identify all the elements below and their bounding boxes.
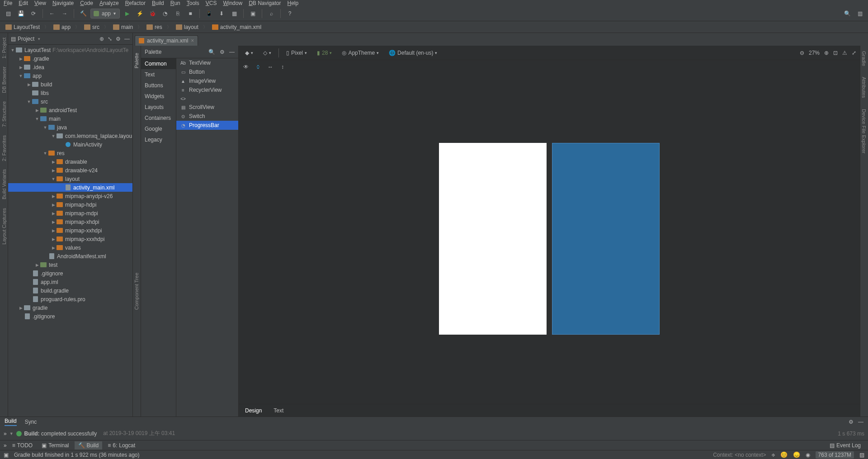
forward-icon[interactable]: →	[59, 8, 70, 19]
theme-dropdown[interactable]: ◎ AppTheme	[339, 50, 382, 56]
right-rail-gradle[interactable]: Gradle	[860, 46, 868, 71]
breadcrumb-layout[interactable]: layout	[173, 24, 201, 30]
tree-node-libs[interactable]: libs	[8, 89, 132, 97]
breadcrumb-layouttest[interactable]: LayoutTest	[3, 24, 42, 30]
tree-node-proguard-rules-pro[interactable]: proguard-rules.pro	[8, 295, 132, 303]
tree-node-mipmap-xhdpi[interactable]: ▶mipmap-xhdpi	[8, 218, 132, 226]
menu-tools[interactable]: Tools	[187, 0, 199, 6]
terminal-tab[interactable]: ▣Terminal	[38, 441, 72, 450]
breadcrumb-res[interactable]: res	[144, 24, 165, 30]
menu-vcs[interactable]: VCS	[206, 0, 217, 6]
blueprint-preview[interactable]	[552, 143, 660, 335]
locale-dropdown[interactable]: 🌐 Default (en-us)	[386, 50, 440, 56]
left-rail-build-variants[interactable]: Build Variants	[1, 166, 7, 202]
build-bottom-tab[interactable]: 🔨Build	[75, 441, 103, 450]
tree-node-build[interactable]: ▶build	[8, 80, 132, 89]
palette-item--fragment-[interactable]: <>	[176, 95, 238, 103]
zoom-fit-icon[interactable]: ⊡	[833, 50, 838, 56]
tree-node-drawable-v24[interactable]: ▶drawable-v24	[8, 166, 132, 175]
palette-cat-buttons[interactable]: Buttons	[141, 80, 176, 91]
tree-node-mipmap-mdpi[interactable]: ▶mipmap-mdpi	[8, 209, 132, 218]
tree-node-app[interactable]: ▼app	[8, 71, 132, 80]
tree-expand-icon[interactable]: ▼	[9, 431, 14, 436]
breadcrumb-activity-main-xml[interactable]: activity_main.xml	[209, 24, 264, 30]
sync-tab[interactable]: Sync	[25, 419, 37, 425]
search-everywhere-icon[interactable]: 🔍	[842, 8, 853, 19]
breadcrumb-src[interactable]: src	[81, 24, 102, 30]
close-tab-icon[interactable]: ×	[191, 38, 194, 44]
tree-node-mipmap-hdpi[interactable]: ▶mipmap-hdpi	[8, 200, 132, 209]
tree-node-values[interactable]: ▶values	[8, 243, 132, 252]
project-view-dropdown[interactable]: ▤ Project	[11, 36, 97, 42]
palette-minimize-icon[interactable]: —	[229, 49, 235, 55]
back-icon[interactable]: ←	[47, 8, 57, 19]
tree-node-layout[interactable]: ▼layout	[8, 175, 132, 183]
device-dropdown[interactable]: ▯ Pixel	[283, 50, 310, 56]
left-rail-7-structure[interactable]: 7: Structure	[1, 99, 7, 130]
magnet-icon[interactable]: ⧲	[257, 64, 259, 70]
menu-db-navigator[interactable]: DB Navigator	[249, 0, 281, 6]
menu-view[interactable]: View	[34, 0, 46, 6]
resource-manager-icon[interactable]: ▦	[229, 8, 240, 19]
palette-item-recyclerview[interactable]: ≡RecyclerView	[176, 85, 238, 95]
build-minimize-icon[interactable]: —	[858, 419, 863, 425]
layout-inspector-icon[interactable]: ▣	[247, 8, 258, 19]
palette-items[interactable]: AbTextView▭Button▲ImageView≡RecyclerView…	[176, 58, 238, 416]
view-options-icon[interactable]: 👁	[243, 64, 249, 70]
menu-window[interactable]: Window	[223, 0, 242, 6]
tree-node-drawable[interactable]: ▶drawable	[8, 157, 132, 166]
build-settings-icon[interactable]: ⚙	[849, 419, 854, 425]
left-rail-db-browser[interactable]: DB Browser	[1, 64, 7, 96]
tree-node-mainactivity[interactable]: MainActivity	[8, 140, 132, 149]
settings-icon[interactable]: ⚙	[116, 36, 121, 42]
palette-item-textview[interactable]: AbTextView	[176, 58, 238, 67]
pan-icon[interactable]: ⤢	[852, 50, 856, 56]
palette-rail-label[interactable]: Palette	[133, 46, 140, 76]
menu-help[interactable]: Help	[288, 0, 299, 6]
palette-cat-common[interactable]: Common	[141, 58, 176, 69]
palette-item-imageview[interactable]: ▲ImageView	[176, 76, 238, 85]
new-file-icon[interactable]: ▤	[3, 8, 14, 19]
tree-node-app-iml[interactable]: app.iml	[8, 278, 132, 286]
sdk-manager-icon[interactable]: ⬇	[216, 8, 227, 19]
text-tab[interactable]: Text	[271, 406, 286, 416]
run-config-dropdown[interactable]: app	[90, 9, 120, 19]
left-rail-1-project[interactable]: 1: Project	[1, 35, 7, 61]
left-rail-layout-captures[interactable]: Layout Captures	[1, 205, 7, 247]
component-tree-rail-label[interactable]: Component Tree	[133, 265, 140, 317]
tree-node-androidtest[interactable]: ▶androidTest	[8, 106, 132, 114]
zoom-in-icon[interactable]: ⊕	[824, 50, 829, 56]
apply-changes-icon[interactable]: ⚡	[134, 8, 145, 19]
right-rail-attributes[interactable]: Attributes	[860, 71, 868, 103]
status-toggle-icon[interactable]: ▣	[4, 452, 9, 458]
palette-search-icon[interactable]: 🔍	[208, 49, 215, 55]
design-surface-mode-dropdown[interactable]: ◆	[242, 50, 256, 56]
project-tree[interactable]: ▼LayoutTestF:\workspace\Android\LayoutTe…	[8, 45, 132, 416]
orientation-dropdown[interactable]: ◇	[260, 50, 274, 56]
attach-debugger-icon[interactable]: ⎘	[172, 8, 183, 19]
tree-node-gradle[interactable]: ▶gradle	[8, 303, 132, 312]
tree-node-build-gradle[interactable]: build.gradle	[8, 286, 132, 295]
memory-indicator[interactable]: 763 of 1237M	[816, 451, 854, 459]
editor-tab-activity-main[interactable]: activity_main.xml ×	[135, 35, 198, 46]
tree-node-java[interactable]: ▼java	[8, 123, 132, 132]
build-tab[interactable]: Build	[5, 418, 17, 426]
design-preview[interactable]	[439, 143, 547, 335]
tree-root[interactable]: ▼LayoutTestF:\workspace\Android\LayoutTe	[8, 46, 132, 54]
palette-cat-layouts[interactable]: Layouts	[141, 102, 176, 113]
menu-run[interactable]: Run	[170, 0, 180, 6]
palette-item-button[interactable]: ▭Button	[176, 67, 238, 76]
tree-node--gradle[interactable]: ▶.gradle	[8, 54, 132, 63]
menu-refactor[interactable]: Refactor	[125, 0, 146, 6]
palette-item-scrollview[interactable]: ▤ScrollView	[176, 103, 238, 112]
collapse-all-icon[interactable]: ⤡	[108, 36, 112, 42]
menu-analyze[interactable]: Analyze	[99, 0, 119, 6]
emoji-happy-icon[interactable]: 😊	[780, 451, 788, 458]
palette-cat-text[interactable]: Text	[141, 69, 176, 80]
right-rail-device-file-explorer[interactable]: Device File Explorer	[860, 104, 868, 159]
stop-icon[interactable]: ■	[185, 8, 196, 19]
design-tab[interactable]: Design	[242, 406, 264, 416]
palette-settings-icon[interactable]: ⚙	[220, 49, 225, 55]
zoom-out-icon[interactable]: ⊖	[800, 50, 804, 56]
default-margins-icon[interactable]: ↔	[268, 64, 273, 70]
